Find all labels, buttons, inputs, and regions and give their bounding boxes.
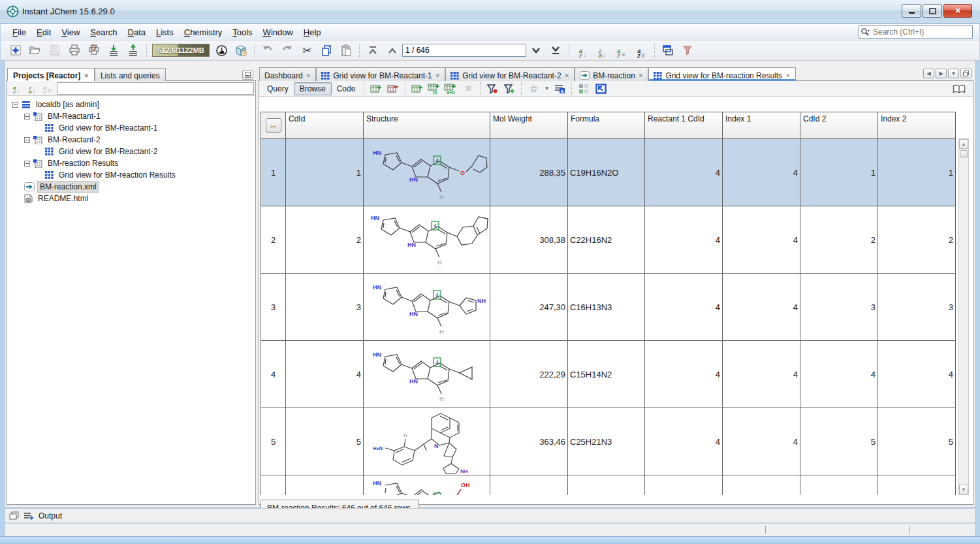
search-input[interactable] [871,27,974,37]
cut-button[interactable]: ✂ [298,42,315,58]
filter-add-button[interactable] [501,82,517,95]
scroll-tabs-left-button[interactable]: ◀ [923,69,934,78]
cell-mol-weight[interactable]: 222,29 [490,341,568,408]
undo-button[interactable] [259,42,276,58]
cell-index2[interactable]: 4 [878,341,956,408]
cell-cdid2[interactable]: 4 [800,341,878,408]
record-position-input[interactable] [402,44,526,57]
cell-formula[interactable]: C25H21N3 [568,408,645,475]
new-calculated-table-button[interactable]: a+b [443,82,459,95]
tab-projects[interactable]: Projects [Reactor] ✕ [7,68,95,81]
documentation-book-icon[interactable] [951,82,967,95]
maximize-view-button[interactable] [960,69,972,78]
cell-cdid2[interactable]: 2 [800,206,878,274]
minimize-panel-button[interactable] [242,70,253,80]
paste-button[interactable] [338,42,355,58]
cell-cdid2[interactable]: 5 [800,408,878,475]
menu-tools[interactable]: Tools [227,25,257,40]
sort-ascending-button[interactable]: az↓ [574,42,591,58]
cell-mol-weight[interactable]: 308,38 [490,206,568,274]
manage-views-button[interactable]: a [552,82,567,95]
cell-cdid[interactable]: 3 [286,274,364,341]
cell-cdid[interactable] [286,475,364,496]
previous-record-button[interactable] [384,42,401,58]
layout-widgets-button[interactable] [576,82,592,95]
column-header-formula[interactable]: Formula [568,112,645,139]
tree-item-readme-html[interactable]: README.html [7,193,255,204]
tree-sort-remove-button[interactable]: az✕ [41,82,54,94]
menu-window[interactable]: Window [258,25,298,40]
menu-edit[interactable]: Edit [31,25,56,40]
tree-sort-desc-button[interactable]: za↓ [25,82,39,94]
tree-item-bm-reactant-1[interactable]: BM-Reactant-1 [7,110,255,122]
sort-remove-button[interactable]: az✕ [613,42,630,58]
close-tab-icon[interactable]: ✕ [435,72,441,79]
cell-formula[interactable]: C15H14N2 [568,341,645,408]
cell-structure[interactable]: N H₂N H NH [364,408,490,475]
tab-bm-reaction[interactable]: BM-reaction✕ [575,67,648,81]
cell-reactant1-cdid[interactable]: 4 [645,341,723,408]
tree-item-grid-view-bm-reactant-1[interactable]: Grid view for BM-Reactant-1 [7,122,255,134]
open-button[interactable] [27,42,44,58]
cell-structure[interactable]: 4 HN HN H [364,341,490,408]
cell-reactant1-cdid[interactable]: 4 [645,206,723,274]
cell-index2[interactable]: 2 [878,206,956,274]
delete-item-button[interactable]: ✕ [460,82,476,95]
cell-reactant1-cdid[interactable]: 4 [645,274,723,341]
cell-index1[interactable]: 4 [723,408,800,475]
browse-mode-button[interactable]: Browse [294,82,332,95]
minimize-button[interactable] [902,4,921,18]
tree-filter-input[interactable] [57,82,254,95]
code-mode-button[interactable]: Code [332,83,361,95]
collapse-icon[interactable] [24,161,30,167]
cell-cdid[interactable]: 1 [286,139,364,206]
column-chooser-button[interactable]: ... [266,118,281,133]
sort-custom-button[interactable]: azγ [633,42,650,58]
cell-index2[interactable] [878,475,956,496]
cell-reactant1-cdid[interactable]: 4 [645,139,723,206]
scroll-down-button[interactable]: ▼ [959,485,968,494]
favorites-dropdown-icon[interactable]: ▼ [543,82,550,95]
tab-grid-view-bm-reaction-results[interactable]: Grid view for BM-reaction Results✕ [648,67,795,81]
first-record-button[interactable] [364,42,381,58]
collapse-icon[interactable] [24,114,30,120]
menu-lists[interactable]: Lists [151,25,179,40]
cell-mol-weight[interactable]: 247,30 [490,274,568,341]
tree-item-localdb[interactable]: localdb [as admin] [7,99,255,110]
collapse-icon[interactable] [12,102,18,108]
memory-indicator[interactable]: 512,6/1122MB [152,44,210,57]
grid-vertical-scrollbar[interactable]: ▲ ▼ [958,138,969,495]
row-header[interactable]: 4 [261,341,286,408]
filter-windows-icon[interactable] [679,42,696,58]
tab-grid-view-bm-reactant-1[interactable]: Grid view for BM-Reactant-1✕ [316,67,445,81]
tree-sort-asc-button[interactable]: az↓ [10,82,23,94]
row-header[interactable] [261,475,286,496]
new-button[interactable] [7,42,24,58]
menu-data[interactable]: Data [123,25,151,40]
cell-index1[interactable] [723,475,800,496]
cell-formula[interactable]: C22H16N2 [568,206,645,274]
tab-dashboard[interactable]: Dashboard✕ [259,67,316,81]
query-mode-button[interactable]: Query [262,83,294,95]
cell-index2[interactable]: 1 [878,139,956,206]
menu-file[interactable]: File [7,25,31,40]
redo-button[interactable] [279,42,296,58]
collapse-icon[interactable] [24,137,30,143]
cell-index2[interactable]: 5 [878,408,956,475]
close-tab-icon[interactable]: ✕ [306,72,311,79]
cell-cdid2[interactable]: 1 [800,139,878,206]
column-header-cdid2[interactable]: CdId 2 [800,112,878,139]
tree-item-grid-view-bm-reactant-2[interactable]: Grid view for BM-Reactant-2 [7,146,255,157]
tree-item-bm-reaction-xml[interactable]: BM-reaction.xml [7,181,255,193]
close-tab-icon[interactable]: ✕ [785,72,791,79]
delete-row-button[interactable] [385,82,401,95]
cell-cdid[interactable]: 2 [286,206,364,274]
row-header[interactable]: 1 [261,139,286,206]
print-preview-button[interactable] [86,42,103,58]
new-table-button[interactable] [409,82,425,95]
close-tab-icon[interactable]: ✕ [84,72,89,79]
tab-list-dropdown-button[interactable]: ▼ [948,69,959,78]
cell-index1[interactable]: 4 [723,139,800,206]
favorites-star-button[interactable]: ☆ [526,82,541,95]
cell-cdid2[interactable] [800,475,878,496]
